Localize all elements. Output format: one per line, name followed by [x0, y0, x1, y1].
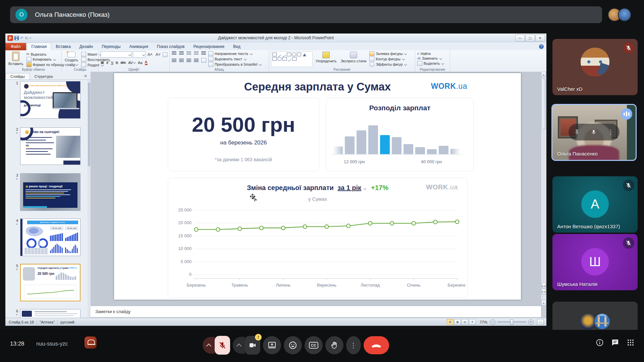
- previous-slide-button[interactable]: ▲▲: [541, 283, 546, 288]
- distribution-card[interactable]: Розподіл зарплат 12 000 грн 40 000 грн: [326, 98, 474, 171]
- next-slide-button[interactable]: ▼▼: [541, 289, 546, 294]
- bold-button[interactable]: Ж: [101, 61, 104, 65]
- participant-tile[interactable]: ValCher xD: [552, 39, 638, 95]
- decrease-indent-icon[interactable]: [186, 51, 191, 55]
- slide-thumbnail-4[interactable]: 4✦ Дашборд з надання послуг 23 тис. осіб…: [7, 219, 80, 256]
- tab-review[interactable]: Рецензирование: [189, 43, 229, 50]
- change-case-button[interactable]: Aa: [138, 61, 142, 65]
- vertical-scrollbar[interactable]: ▲ ▲▲ ▼▼ ▼: [541, 72, 546, 306]
- shadow-button[interactable]: abc: [120, 61, 126, 64]
- shape-outline-button[interactable]: Контур фигуры: [369, 57, 407, 61]
- tab-home[interactable]: Главная: [27, 43, 52, 50]
- font-size-select[interactable]: [133, 51, 146, 58]
- align-center-icon[interactable]: [179, 59, 184, 62]
- scroll-down-icon[interactable]: ▼: [541, 300, 546, 306]
- font-name-select[interactable]: [101, 51, 132, 58]
- normal-view-button[interactable]: ▥: [447, 319, 453, 325]
- quick-styles-button[interactable]: Экспресс-стили: [339, 51, 367, 67]
- line-spacing-icon[interactable]: [201, 51, 206, 55]
- slide-thumbnail-3[interactable]: 3✦ ◉ ринок праці: тенденції: [7, 173, 80, 211]
- pin-icon[interactable]: [574, 129, 580, 135]
- notes-area[interactable]: Заметки к слайду: [91, 306, 541, 317]
- fit-to-window-icon[interactable]: ⛶: [537, 319, 544, 325]
- reactions-button[interactable]: [284, 336, 302, 354]
- mic-options-button[interactable]: [203, 337, 215, 354]
- strikethrough-button[interactable]: S: [116, 61, 118, 65]
- close-button[interactable]: ✕: [535, 35, 545, 42]
- paste-button[interactable]: Вставить: [7, 51, 24, 67]
- bullets-icon[interactable]: [172, 51, 176, 55]
- slide-thumbnail-1[interactable]: 1 Сумський обласний центр зайнятості Дай…: [7, 81, 80, 119]
- present-screen-button[interactable]: [263, 336, 281, 354]
- raise-hand-button[interactable]: [325, 336, 343, 354]
- italic-button[interactable]: К: [106, 61, 108, 65]
- underline-button[interactable]: Ч: [111, 61, 113, 65]
- arrange-button[interactable]: Упорядочить: [315, 51, 337, 67]
- align-text-button[interactable]: Выровнять текст: [208, 57, 261, 61]
- tab-transitions[interactable]: Переходы: [97, 43, 125, 50]
- language-indicator[interactable]: русский: [60, 320, 74, 324]
- app-icon[interactable]: [85, 337, 97, 349]
- char-spacing-button[interactable]: AV: [128, 61, 136, 65]
- new-slide-button[interactable]: Создатьслайд: [64, 51, 79, 67]
- slide-thumbnail-6[interactable]: 6✦: [7, 309, 80, 318]
- increase-indent-icon[interactable]: [194, 51, 199, 55]
- cut-button[interactable]: ✂Вырезать: [26, 52, 64, 56]
- participant-tile-video[interactable]: ⋮ Ольга Панасенко: [551, 104, 637, 161]
- ppt-title-bar[interactable]: P ↶ ↻ ▾ Дайджест можливостей для молоді …: [5, 34, 546, 43]
- shapes-gallery[interactable]: [271, 51, 313, 67]
- tab-design[interactable]: Дизайн: [75, 43, 97, 50]
- shrink-font-button[interactable]: A˅: [155, 52, 162, 57]
- maximize-button[interactable]: ▢: [525, 35, 535, 42]
- panel-close-icon[interactable]: ✕: [80, 73, 91, 79]
- panel-scrollbar[interactable]: [88, 80, 91, 318]
- scrollbar-thumb[interactable]: [542, 78, 546, 129]
- participant-tile[interactable]: А Антон Ветошко (qwzx1337): [552, 176, 638, 233]
- salary-card[interactable]: 20 500 грн на березень 2026 *за даними 1…: [168, 98, 319, 171]
- mic-icon[interactable]: [591, 129, 597, 135]
- columns-icon[interactable]: [201, 58, 206, 63]
- tab-view[interactable]: Вид: [229, 43, 245, 50]
- select-button[interactable]: Выделить: [417, 61, 444, 66]
- trend-period-dropdown[interactable]: за 1 рік: [337, 184, 361, 191]
- numbering-icon[interactable]: [179, 51, 184, 55]
- align-left-icon[interactable]: [172, 59, 176, 62]
- end-call-button[interactable]: [364, 336, 389, 354]
- slide-thumbnail-2[interactable]: 2✦ план на сьогодні:: [7, 127, 80, 165]
- tab-animations[interactable]: Анимация: [125, 43, 152, 50]
- top-right-avatars[interactable]: [608, 8, 631, 21]
- more-options-icon[interactable]: ⋮: [608, 128, 614, 136]
- find-button[interactable]: ⌕Найти: [417, 51, 444, 56]
- justify-icon[interactable]: [194, 59, 199, 62]
- slide-sorter-button[interactable]: ▦: [454, 319, 461, 325]
- align-right-icon[interactable]: [186, 59, 191, 62]
- scroll-up-icon[interactable]: ▲: [541, 72, 546, 77]
- tab-file[interactable]: Файл: [5, 43, 26, 50]
- help-icon[interactable]: ?: [539, 44, 544, 49]
- trend-card[interactable]: Зміна середньої зарплати за 1 рік +17% W…: [168, 178, 468, 298]
- slide-thumbnail-5-selected[interactable]: 5✦ Середня зарплата у Сумах WORK.ua 20 5…: [7, 264, 80, 301]
- panel-tab-slides[interactable]: Слайды: [5, 73, 30, 79]
- participant-tile[interactable]: Ш Шумська Наталія: [552, 234, 638, 290]
- zoom-in-icon[interactable]: +: [528, 319, 534, 325]
- replace-button[interactable]: abЗаменить: [417, 56, 444, 60]
- panel-tab-outline[interactable]: Структура: [30, 73, 58, 79]
- format-painter-button[interactable]: Формат по образцу: [26, 62, 64, 67]
- chat-button[interactable]: [611, 339, 619, 348]
- shape-fill-button[interactable]: Заливка фигуры: [369, 51, 407, 56]
- copy-button[interactable]: Копировать: [26, 57, 64, 62]
- mic-toggle-button[interactable]: [215, 336, 230, 355]
- camera-options-button[interactable]: [233, 337, 245, 354]
- apps-grid-button[interactable]: [627, 339, 635, 348]
- slideshow-button[interactable]: ▼: [469, 319, 476, 325]
- zoom-out-icon[interactable]: −: [490, 319, 495, 325]
- reading-view-button[interactable]: ▤: [462, 319, 468, 325]
- slide-canvas[interactable]: Середня зарплата у Сумах WORK.ua 20 500 …: [114, 73, 521, 300]
- clear-format-icon[interactable]: [163, 52, 167, 57]
- tab-insert[interactable]: Вставка: [51, 43, 75, 50]
- smartart-button[interactable]: Преобразовать в SmartArt: [208, 62, 261, 67]
- captions-button[interactable]: CC: [305, 336, 323, 354]
- font-color-button[interactable]: А: [145, 60, 148, 65]
- grow-font-button[interactable]: A˄: [147, 52, 154, 57]
- info-button[interactable]: [596, 339, 604, 348]
